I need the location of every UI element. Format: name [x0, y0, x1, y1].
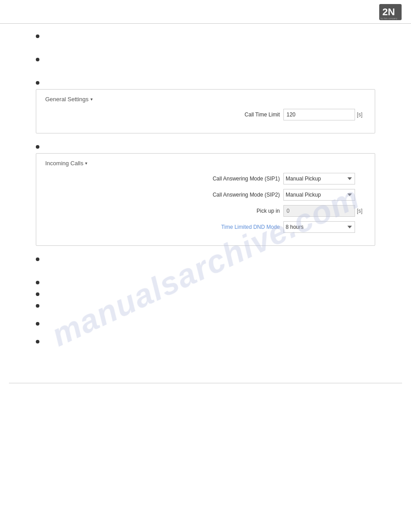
- general-settings-box: General Settings ▾ Call Time Limit [s]: [36, 89, 375, 133]
- call-answering-sip2-row: Call Answering Mode (SIP2) Manual Pickup…: [45, 189, 366, 201]
- call-answering-sip1-label: Call Answering Mode (SIP1): [190, 176, 280, 182]
- svg-text:by Axis company: by Axis company: [381, 17, 398, 20]
- top-bar: 2N by Axis company: [0, 0, 411, 24]
- bullet-dot-middle: [36, 145, 39, 149]
- incoming-calls-box: Incoming Calls ▾ Call Answering Mode (SI…: [36, 153, 375, 246]
- general-settings-label: General Settings: [45, 96, 89, 103]
- bullet-item-3: [36, 79, 375, 85]
- bullet-item-1: [36, 33, 375, 38]
- bullet-bottom-1: [36, 256, 375, 261]
- bullet-bottom-3: [36, 291, 375, 296]
- bullet-dot-3: [36, 81, 39, 85]
- svg-text:2N: 2N: [382, 6, 395, 17]
- general-settings-title[interactable]: General Settings ▾: [45, 96, 93, 103]
- logo-2n-icon: 2N by Axis company: [379, 4, 402, 21]
- pickup-in-label: Pick up in: [190, 208, 280, 214]
- call-time-limit-row: Call Time Limit [s]: [45, 109, 366, 120]
- bullet-dot-2: [36, 58, 39, 61]
- bullet-bottom-2: [36, 279, 375, 284]
- incoming-calls-arrow: ▾: [85, 161, 87, 166]
- call-time-limit-label: Call Time Limit: [190, 112, 280, 118]
- bullet-bottom-5: [36, 320, 375, 326]
- bullet-item-2: [36, 56, 375, 61]
- call-time-limit-input[interactable]: [283, 109, 355, 120]
- call-time-limit-unit: [s]: [357, 112, 366, 118]
- call-answering-sip1-row: Call Answering Mode (SIP1) Manual Pickup…: [45, 173, 366, 184]
- call-answering-sip2-select[interactable]: Manual Pickup Auto Pickup Disabled: [283, 189, 355, 201]
- dnd-mode-select[interactable]: 8 hours 1 hour 2 hours 4 hours 24 hours: [283, 221, 355, 233]
- bullet-dot-b6: [36, 340, 39, 343]
- dnd-mode-label: Time Limited DND Mode: [190, 224, 280, 230]
- general-settings-arrow: ▾: [90, 97, 93, 102]
- bottom-divider: [9, 383, 402, 383]
- bullet-dot-1: [36, 34, 39, 38]
- bullet-dot-b5: [36, 322, 39, 326]
- call-answering-sip1-select[interactable]: Manual Pickup Auto Pickup Disabled: [283, 173, 355, 184]
- bullet-dot-b2: [36, 281, 39, 284]
- bullet-bottom-4: [36, 302, 375, 308]
- incoming-calls-title[interactable]: Incoming Calls ▾: [45, 160, 87, 167]
- incoming-calls-label: Incoming Calls: [45, 160, 83, 167]
- pickup-in-input[interactable]: [283, 205, 355, 217]
- pickup-in-row: Pick up in [s]: [45, 205, 366, 217]
- call-answering-sip2-label: Call Answering Mode (SIP2): [190, 192, 280, 198]
- dnd-mode-row: Time Limited DND Mode 8 hours 1 hour 2 h…: [45, 221, 366, 233]
- bullet-dot-b4: [36, 304, 39, 308]
- pickup-in-unit: [s]: [357, 208, 366, 214]
- bullet-dot-b3: [36, 292, 39, 296]
- main-content: General Settings ▾ Call Time Limit [s] I…: [0, 24, 411, 369]
- bullet-dot-b1: [36, 257, 39, 261]
- bullet-item-middle: [36, 143, 375, 149]
- bullet-bottom-6: [36, 338, 375, 343]
